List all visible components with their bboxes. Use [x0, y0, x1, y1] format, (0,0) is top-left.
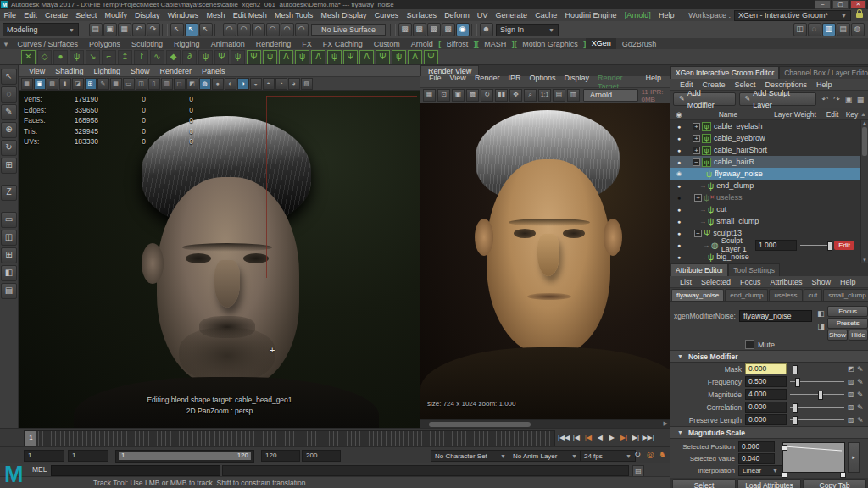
shelf-tab[interactable]: Arnold — [405, 40, 438, 48]
render-icon[interactable]: ▩ — [398, 23, 412, 36]
texture-map-icon[interactable]: ▨ — [848, 378, 857, 385]
xgen-groom-icon[interactable]: Ψ — [214, 50, 229, 64]
texture-map-icon[interactable]: ▨ — [848, 391, 857, 398]
menu-item[interactable]: File — [0, 11, 20, 19]
xgen-description-icon[interactable]: ✕ — [21, 50, 36, 64]
xray-icon[interactable]: ◕ — [288, 78, 300, 90]
camera-lock-icon[interactable]: ▣ — [34, 78, 46, 90]
render-view-scrollbar[interactable]: ▶ — [420, 419, 670, 428]
menu-item[interactable]: Generate — [492, 11, 531, 19]
noise-modifier-section-header[interactable]: ▼ Noise Modifier — [670, 350, 868, 363]
xgen-place-icon[interactable]: ↘ — [86, 50, 100, 64]
menu-item[interactable]: Curves — [370, 11, 403, 19]
camera-select-icon[interactable]: ▦ — [21, 78, 33, 90]
snap-grid-icon[interactable]: ◠ — [223, 23, 236, 36]
shelf-tab[interactable]: FX — [297, 40, 318, 48]
paint-select-tool-icon[interactable]: ✎ — [1, 104, 17, 120]
remove-image-icon[interactable]: ▥ — [567, 89, 580, 102]
bookmark-icon[interactable]: ▮ — [59, 78, 71, 90]
menu-item[interactable]: Display — [131, 11, 164, 19]
viewport-menu-item[interactable]: Renderer — [154, 67, 197, 75]
ramp-handle[interactable] — [782, 472, 787, 478]
viewport-menu-item[interactable]: Panels — [197, 67, 231, 75]
xgen-guide-icon[interactable]: ◇ — [37, 50, 52, 64]
menu-item[interactable]: Windows — [164, 11, 203, 19]
shaded-icon[interactable]: ● — [212, 78, 224, 90]
menu-item[interactable]: Edit Mesh — [229, 11, 270, 19]
animation-preferences-icon[interactable]: ♞ — [659, 450, 666, 459]
layout-single-pane-icon[interactable]: ▭ — [1, 212, 17, 228]
xgen-tool-icon[interactable]: Λ — [279, 50, 293, 64]
shelf-tab[interactable]: Go2Brush — [616, 40, 662, 48]
menu-item[interactable]: Deform — [441, 11, 474, 19]
workspace-dropdown[interactable]: XGen - Interactive Groom*▼ — [734, 10, 851, 21]
snap-projected-center-icon[interactable]: ◠ — [266, 23, 280, 36]
tool-settings-toggle-icon[interactable]: ▤ — [837, 23, 850, 36]
add-modifier-button[interactable]: ✎Add Modifier — [673, 92, 736, 106]
tree-row[interactable]: ● + ψ cable_eyelash — [670, 120, 868, 132]
snap-view-plane-icon[interactable]: ◠ — [281, 23, 294, 36]
mute-checkbox[interactable] — [745, 340, 754, 349]
expression-icon[interactable]: ✎ — [857, 378, 868, 386]
next-node-icon[interactable]: ◨ — [815, 321, 826, 331]
move-tool-icon[interactable]: ⊕ — [1, 122, 17, 138]
command-input-field[interactable] — [51, 465, 220, 476]
ipr-render-icon[interactable]: ▩ — [413, 23, 426, 36]
presets-button[interactable]: Presets — [827, 318, 868, 329]
ramp-handle[interactable] — [782, 445, 787, 451]
animation-end-field[interactable]: 200 — [302, 450, 341, 462]
xgen-length-icon[interactable]: ↥ — [118, 50, 132, 64]
safe-action-icon[interactable]: ◻ — [174, 78, 186, 90]
rendered-image[interactable]: size: 724 x 1024 zoom: 1.000 — [420, 103, 670, 419]
camera-attrs-icon[interactable]: ▤ — [47, 78, 58, 90]
selected-position-field[interactable]: 0.000 — [738, 441, 775, 452]
texture-map-icon[interactable]: ▨ — [848, 416, 857, 424]
current-time-marker[interactable]: 1 — [25, 431, 36, 446]
visibility-dot[interactable]: ● — [670, 183, 687, 189]
viewport-menu-item[interactable]: Lighting — [88, 67, 125, 75]
menu-item[interactable]: UV — [473, 11, 492, 19]
scroll-down-icon[interactable]: ▼ — [862, 258, 867, 263]
auto-key-icon[interactable]: ◎ — [647, 450, 654, 459]
shelf-tab[interactable]: Polygons — [84, 40, 126, 48]
snap-curve-icon[interactable]: ◠ — [237, 23, 251, 36]
xgen-clump-icon[interactable]: ◆ — [166, 50, 181, 64]
time-slider[interactable]: 1 — [24, 430, 555, 446]
step-forward-frame-button[interactable]: ▶| — [630, 431, 641, 444]
xgen-grass-icon[interactable]: ψ — [198, 50, 213, 64]
xgen-tool-icon[interactable]: Ψ — [376, 50, 390, 64]
grease-pencil-icon[interactable]: ✎ — [97, 78, 109, 90]
layer-weight-slider[interactable] — [800, 241, 831, 250]
resolution-gate-icon[interactable]: ◫ — [136, 78, 147, 90]
tree-row[interactable]: ● − ψ cable_hairR — [670, 156, 868, 168]
expression-icon[interactable]: ✎ — [857, 391, 868, 399]
xgen-cut-icon[interactable]: ↾ — [134, 50, 148, 64]
snap-point-icon[interactable]: ◠ — [252, 23, 265, 36]
viewport-menu-item[interactable]: Shading — [50, 67, 88, 75]
live-surface-field[interactable]: No Live Surface — [311, 24, 386, 36]
new-scene-icon[interactable]: ▤ — [89, 23, 103, 36]
layout-two-pane-icon[interactable]: ◫ — [1, 230, 17, 246]
save-image-icon[interactable]: ▤ — [553, 89, 565, 102]
visibility-dot[interactable]: ● — [670, 254, 687, 260]
go-to-end-button[interactable]: ▶▶| — [642, 431, 654, 444]
select-object-icon[interactable]: ↖ — [185, 23, 198, 36]
sign-in-dropdown[interactable]: Sign In▼ — [496, 24, 559, 36]
one-to-one-icon[interactable]: 1:1 — [538, 89, 551, 102]
zoom-icon[interactable]: ⌕ — [524, 89, 537, 102]
range-slider[interactable]: 1120 — [115, 450, 254, 463]
xgen-tool-icon[interactable]: Λ — [311, 50, 326, 64]
undo-icon[interactable]: ↶ — [132, 23, 146, 36]
go-to-start-button[interactable]: |◀◀ — [558, 431, 570, 444]
viewport-menu-item[interactable]: Show — [125, 67, 155, 75]
step-back-key-button[interactable]: |◀ — [582, 431, 593, 444]
attribute-menu-item[interactable]: Focus — [736, 278, 766, 286]
copy-tab-button[interactable]: Copy Tab — [803, 479, 866, 488]
xgen-tool-icon[interactable]: ψ — [327, 50, 342, 64]
preserve-length-slider[interactable] — [790, 415, 844, 424]
step-forward-key-button[interactable]: ▶| — [618, 431, 629, 444]
render-view-icon[interactable]: ◉ — [456, 23, 470, 36]
scrollbar-thumb[interactable] — [862, 127, 867, 156]
loop-playback-icon[interactable]: ↻ — [634, 450, 641, 459]
shelf-collapse-icon[interactable]: ▾ — [0, 40, 12, 48]
